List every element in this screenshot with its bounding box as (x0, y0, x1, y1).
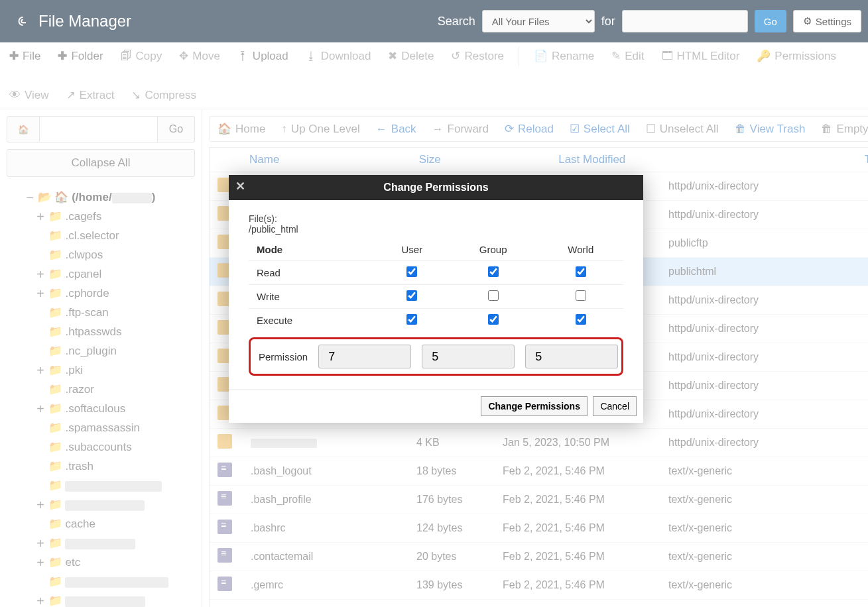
tree-item[interactable]: 📁 .trash (7, 457, 195, 476)
search-go-button[interactable]: Go (755, 10, 786, 32)
tree-item[interactable]: 📁 .clwpos (7, 245, 195, 264)
tree-item[interactable]: 📁 .spamassassin (7, 418, 195, 437)
expand-icon[interactable]: + (36, 596, 45, 606)
tree-item[interactable]: + 📁 .cphorde (7, 284, 195, 303)
table-row[interactable]: .bash_logout18 bytesFeb 2, 2021, 5:46 PM… (210, 457, 868, 486)
expand-icon[interactable]: + (36, 539, 45, 548)
table-row[interactable]: .contactemail20 bytesFeb 2, 2021, 5:46 P… (210, 543, 868, 571)
read-group-checkbox[interactable] (488, 266, 499, 277)
tb-view[interactable]: 👁View (7, 82, 52, 109)
expand-icon[interactable]: + (36, 558, 45, 567)
read-user-checkbox[interactable] (406, 266, 417, 277)
tb-folder[interactable]: ✚Folder (55, 42, 105, 70)
cell-modified: Feb 2, 2021, 5:46 PM (495, 486, 660, 514)
tree-item[interactable]: + 📁 (7, 495, 195, 514)
execute-user-checkbox[interactable] (406, 314, 417, 325)
tree-item[interactable]: 📁 cache (7, 514, 195, 533)
tree-item[interactable]: 📁 (7, 476, 195, 495)
tree-root[interactable]: − 📂 🏠 (/home/) (7, 188, 195, 207)
mm-forward[interactable]: →Forward (432, 123, 489, 136)
cell-type: httpd/unix-directory (660, 315, 868, 343)
collapse-all-button[interactable]: Collapse All (7, 149, 195, 177)
execute-world-checkbox[interactable] (576, 314, 586, 325)
cell-name: .bashrc (243, 514, 408, 543)
unselect-icon: ☐ (646, 122, 656, 136)
write-world-checkbox[interactable] (576, 290, 586, 301)
col-modified[interactable]: Last Modified (550, 148, 856, 172)
tree-item[interactable]: + 📁 etc (7, 553, 195, 572)
trash-icon: 🗑 (735, 123, 746, 136)
execute-group-checkbox[interactable] (488, 314, 499, 325)
tree-item[interactable]: 📁 .razor (7, 380, 195, 399)
mm-up[interactable]: ↑Up One Level (281, 123, 359, 136)
table-row[interactable]: .gemrc139 bytesFeb 2, 2021, 5:46 PMtext/… (210, 571, 868, 600)
close-icon[interactable]: ✕ (235, 179, 245, 193)
row-execute-label: Execute (249, 309, 376, 333)
tb-file[interactable]: ✚File (7, 42, 43, 70)
tb-rename[interactable]: 📄Rename (531, 42, 597, 70)
table-row[interactable]: .bash_profile176 bytesFeb 2, 2021, 5:46 … (210, 486, 868, 514)
mm-home[interactable]: 🏠Home (217, 122, 265, 136)
tree-item[interactable]: 📁 .cl.selector (7, 226, 195, 245)
search-scope-select[interactable]: All Your Files (482, 10, 595, 32)
col-type[interactable]: Type (857, 148, 868, 172)
expand-icon[interactable]: + (36, 366, 45, 375)
tree-item-label: .subaccounts (65, 441, 131, 453)
tb-delete[interactable]: ✖Delete (385, 42, 436, 70)
tb-extract[interactable]: ↗Extract (64, 82, 117, 109)
folder-open-icon: 📂 (38, 191, 52, 203)
tb-edit[interactable]: ✎Edit (609, 42, 647, 70)
col-name[interactable]: Name (241, 148, 411, 172)
tb-permissions[interactable]: 🔑Permissions (754, 42, 839, 70)
table-row[interactable]: 4 KBJan 5, 2023, 10:50 PMhttpd/unix-dire… (210, 429, 868, 457)
expand-icon[interactable]: + (36, 404, 45, 414)
table-row[interactable]: .bashrc124 bytesFeb 2, 2021, 5:46 PMtext… (210, 514, 868, 543)
tree-item[interactable]: + 📁 .pki (7, 360, 195, 380)
perm-user-input[interactable] (318, 345, 411, 368)
tb-move[interactable]: ✥Move (176, 42, 223, 70)
home-icon: 🏠 (217, 122, 231, 136)
tree-item[interactable]: 📁 .nc_plugin (7, 341, 195, 360)
cancel-button[interactable]: Cancel (593, 396, 637, 416)
path-input[interactable] (40, 116, 158, 142)
mm-view-trash[interactable]: 🗑View Trash (735, 123, 806, 136)
tb-html-editor[interactable]: 🗔HTML Editor (659, 43, 743, 70)
expand-icon[interactable]: + (36, 212, 45, 221)
horizontal-scrollbar[interactable] (210, 602, 868, 607)
change-permissions-submit-button[interactable]: Change Permissions (481, 396, 588, 416)
read-world-checkbox[interactable] (576, 266, 586, 277)
perm-group-input[interactable] (422, 345, 515, 368)
write-user-checkbox[interactable] (406, 290, 417, 301)
tree-item[interactable]: + 📁 .cpanel (7, 264, 195, 284)
tb-download[interactable]: ⭳Download (303, 43, 374, 70)
tb-upload[interactable]: ⭱Upload (235, 43, 291, 70)
tree-item[interactable]: 📁 .htpasswds (7, 322, 195, 341)
expand-icon[interactable]: + (36, 289, 45, 298)
mm-select-all[interactable]: ☑Select All (570, 122, 630, 136)
mm-back[interactable]: ←Back (376, 123, 416, 136)
tree-item[interactable]: + 📁 .softaculous (7, 399, 195, 418)
tree-item[interactable]: 📁 (7, 572, 195, 591)
tree-item[interactable]: 📁 .subaccounts (7, 437, 195, 457)
tree-item[interactable]: 📁 .ftp-scan (7, 303, 195, 322)
tb-restore[interactable]: ↺Restore (448, 42, 507, 70)
search-input[interactable] (622, 10, 748, 32)
mm-reload[interactable]: ⟳Reload (505, 122, 554, 136)
expand-icon[interactable]: + (36, 500, 45, 510)
collapse-icon[interactable]: − (25, 193, 34, 202)
tree-item[interactable]: + 📁 (7, 591, 195, 607)
settings-button[interactable]: ⚙ Settings (793, 10, 861, 32)
tree-item[interactable]: + 📁 .cagefs (7, 207, 195, 226)
tree-item[interactable]: + 📁 (7, 533, 195, 553)
tb-compress[interactable]: ↘Compress (129, 82, 198, 109)
write-group-checkbox[interactable] (488, 290, 499, 301)
mm-empty-trash[interactable]: 🗑Empty Trash (821, 123, 868, 136)
mm-unselect-all[interactable]: ☐Unselect All (646, 122, 719, 136)
tb-copy[interactable]: 🗐Copy (118, 43, 165, 70)
col-size[interactable]: Size (411, 148, 550, 172)
sidebar-go-button[interactable]: Go (158, 116, 195, 142)
perm-world-input[interactable] (525, 345, 618, 368)
expand-icon[interactable]: + (36, 270, 45, 279)
sidebar-home-button[interactable]: 🏠 (7, 116, 40, 142)
tree-item-label: .razor (65, 383, 93, 396)
